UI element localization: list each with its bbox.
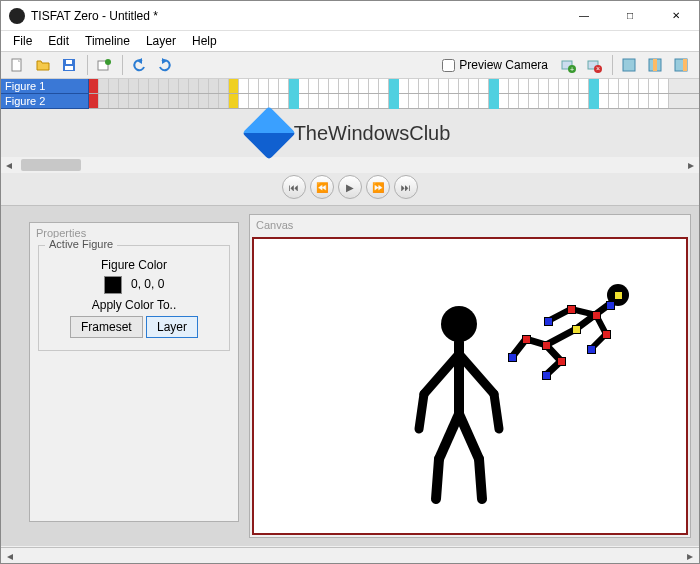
frame-cell[interactable] bbox=[519, 94, 529, 108]
frameset-tool-a[interactable] bbox=[617, 53, 641, 77]
frame-cell[interactable] bbox=[359, 79, 369, 93]
joint-node[interactable] bbox=[567, 305, 576, 314]
scroll-right-icon[interactable]: ▸ bbox=[683, 549, 697, 563]
frame-cell[interactable] bbox=[629, 79, 639, 93]
joint-node[interactable] bbox=[592, 311, 601, 320]
frame-cell[interactable] bbox=[269, 94, 279, 108]
playback-play-button[interactable]: ▶ bbox=[338, 175, 362, 199]
save-button[interactable] bbox=[57, 53, 81, 77]
joint-node[interactable] bbox=[602, 330, 611, 339]
layer-add-button[interactable]: + bbox=[556, 53, 580, 77]
frame-cell[interactable] bbox=[559, 79, 569, 93]
frame-cell[interactable] bbox=[639, 94, 649, 108]
frame-cell[interactable] bbox=[499, 79, 509, 93]
frame-cell[interactable] bbox=[229, 79, 239, 93]
playback-prev-button[interactable]: ⏪ bbox=[310, 175, 334, 199]
frame-cell[interactable] bbox=[579, 94, 589, 108]
frame-cell[interactable] bbox=[89, 79, 99, 93]
menu-layer[interactable]: Layer bbox=[138, 32, 184, 50]
frame-cell[interactable] bbox=[189, 94, 199, 108]
frame-cell[interactable] bbox=[209, 79, 219, 93]
frame-cell[interactable] bbox=[549, 94, 559, 108]
redo-button[interactable] bbox=[153, 53, 177, 77]
frame-cell[interactable] bbox=[339, 79, 349, 93]
frame-cell[interactable] bbox=[659, 79, 669, 93]
frame-cell[interactable] bbox=[449, 79, 459, 93]
frame-cell[interactable] bbox=[89, 94, 99, 108]
frame-cell[interactable] bbox=[329, 94, 339, 108]
frame-cell[interactable] bbox=[249, 79, 259, 93]
frame-cell[interactable] bbox=[169, 79, 179, 93]
frame-cell[interactable] bbox=[219, 79, 229, 93]
frame-cell[interactable] bbox=[469, 79, 479, 93]
layer-name-row[interactable]: Figure 1 bbox=[1, 79, 89, 94]
frame-cell[interactable] bbox=[559, 94, 569, 108]
playhead-marker[interactable] bbox=[589, 79, 599, 109]
new-file-button[interactable] bbox=[5, 53, 29, 77]
preview-camera-input[interactable] bbox=[442, 59, 455, 72]
frame-cell[interactable] bbox=[119, 79, 129, 93]
joint-node[interactable] bbox=[542, 341, 551, 350]
frame-cell[interactable] bbox=[619, 94, 629, 108]
frame-cell[interactable] bbox=[549, 79, 559, 93]
frame-cell[interactable] bbox=[259, 79, 269, 93]
frame-cell[interactable] bbox=[629, 94, 639, 108]
frame-cell[interactable] bbox=[319, 79, 329, 93]
figure-color-swatch[interactable] bbox=[104, 276, 122, 294]
timeline-grid[interactable]: Figure 1 Figure 2 bbox=[1, 79, 699, 109]
frame-cell[interactable] bbox=[509, 79, 519, 93]
frame-cell[interactable] bbox=[139, 79, 149, 93]
frame-cell[interactable] bbox=[599, 94, 609, 108]
close-button[interactable]: ✕ bbox=[653, 1, 699, 31]
frame-cell[interactable] bbox=[569, 94, 579, 108]
frame-cell[interactable] bbox=[209, 94, 219, 108]
frame-cell[interactable] bbox=[299, 94, 309, 108]
frame-cell[interactable] bbox=[469, 94, 479, 108]
frame-cell[interactable] bbox=[379, 79, 389, 93]
playhead-marker[interactable] bbox=[389, 79, 399, 109]
frame-cell[interactable] bbox=[349, 94, 359, 108]
frame-cell[interactable] bbox=[189, 79, 199, 93]
frame-cell[interactable] bbox=[399, 94, 409, 108]
frame-cell[interactable] bbox=[279, 79, 289, 93]
frame-cell[interactable] bbox=[159, 94, 169, 108]
menu-timeline[interactable]: Timeline bbox=[77, 32, 138, 50]
frame-cell[interactable] bbox=[539, 94, 549, 108]
frame-cell[interactable] bbox=[529, 79, 539, 93]
frame-cell[interactable] bbox=[539, 79, 549, 93]
playhead-marker[interactable] bbox=[289, 79, 299, 109]
scroll-left-icon[interactable]: ◂ bbox=[3, 549, 17, 563]
frame-cell[interactable] bbox=[299, 79, 309, 93]
undo-button[interactable] bbox=[127, 53, 151, 77]
frame-cell[interactable] bbox=[339, 94, 349, 108]
timeline-scrollbar[interactable]: ◂ ▸ bbox=[1, 157, 699, 173]
layer-name-row[interactable]: Figure 2 bbox=[1, 94, 89, 109]
frame-cell[interactable] bbox=[529, 94, 539, 108]
frame-cell[interactable] bbox=[359, 94, 369, 108]
frame-cell[interactable] bbox=[419, 94, 429, 108]
layer-remove-button[interactable]: × bbox=[582, 53, 606, 77]
frame-cell[interactable] bbox=[449, 94, 459, 108]
frame-cell[interactable] bbox=[269, 79, 279, 93]
frame-cell[interactable] bbox=[479, 79, 489, 93]
frame-cell[interactable] bbox=[649, 94, 659, 108]
joint-node[interactable] bbox=[542, 371, 551, 380]
frame-cell[interactable] bbox=[219, 94, 229, 108]
frame-cell[interactable] bbox=[329, 79, 339, 93]
playback-first-button[interactable]: ⏮ bbox=[282, 175, 306, 199]
frame-cell[interactable] bbox=[309, 79, 319, 93]
frame-cell[interactable] bbox=[499, 94, 509, 108]
frame-cell[interactable] bbox=[199, 94, 209, 108]
frame-cell[interactable] bbox=[369, 94, 379, 108]
frame-cell[interactable] bbox=[199, 79, 209, 93]
frame-cell[interactable] bbox=[99, 79, 109, 93]
frame-cell[interactable] bbox=[179, 94, 189, 108]
frame-cell[interactable] bbox=[649, 79, 659, 93]
frame-cell[interactable] bbox=[159, 79, 169, 93]
frame-cell[interactable] bbox=[109, 94, 119, 108]
timeline-frames[interactable] bbox=[89, 79, 699, 108]
frame-cell[interactable] bbox=[609, 79, 619, 93]
frame-cell[interactable] bbox=[479, 94, 489, 108]
frame-cell[interactable] bbox=[639, 79, 649, 93]
frame-cell[interactable] bbox=[149, 94, 159, 108]
